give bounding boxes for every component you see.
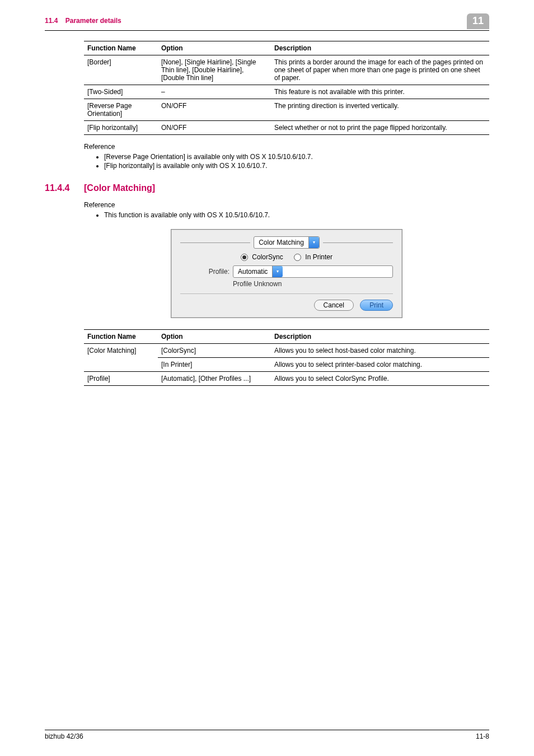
footer-left: bizhub 42/36 bbox=[45, 732, 83, 740]
table-row: [Profile] [Automatic], [Other Profiles .… bbox=[84, 372, 489, 386]
reference-title-1: Reference bbox=[84, 143, 489, 151]
t1-head-op: Option bbox=[158, 41, 271, 55]
divider bbox=[323, 242, 393, 243]
t2-r0-op: [ColorSync] bbox=[158, 344, 271, 358]
panel-select[interactable]: Color Matching ▾ bbox=[254, 236, 320, 249]
t1-r2-fn: [Reverse Page Orientation] bbox=[84, 99, 158, 121]
divider bbox=[180, 242, 250, 243]
table-row: [Color Matching] [ColorSync] Allows you … bbox=[84, 344, 489, 358]
radio-icon bbox=[294, 254, 301, 261]
t1-r2-op: ON/OFF bbox=[158, 99, 271, 121]
running-header: 11.4 Parameter details bbox=[45, 17, 121, 25]
t2-head-desc: Description bbox=[271, 330, 489, 344]
profile-unknown-text: Profile Unknown bbox=[233, 280, 393, 288]
t1-r0-fn: [Border] bbox=[84, 55, 158, 85]
layout-table-1: Function Name Option Description [Border… bbox=[84, 41, 489, 135]
table-row: [Two-Sided] – This feature is not availa… bbox=[84, 85, 489, 99]
header-section-ref: 11.4 bbox=[45, 17, 58, 25]
t1-r0-desc: This prints a border around the image fo… bbox=[271, 55, 489, 85]
radio-colorsync[interactable]: ColorSync bbox=[241, 253, 285, 261]
t2-r1-desc: Allows you to select printer-based color… bbox=[271, 358, 489, 372]
panel-select-label: Color Matching bbox=[254, 239, 308, 246]
radio-colorsync-label: ColorSync bbox=[252, 253, 283, 261]
t2-r0-desc: Allows you to select host-based color ma… bbox=[271, 344, 489, 358]
cancel-button[interactable]: Cancel bbox=[314, 300, 354, 311]
table-row: [Reverse Page Orientation] ON/OFF The pr… bbox=[84, 99, 489, 121]
subsection-title: [Color Matching] bbox=[84, 183, 155, 193]
color-matching-dialog: Color Matching ▾ ColorSync In Printer Pr… bbox=[171, 229, 402, 318]
list-item: [Flip horizontally] is available only wi… bbox=[104, 162, 489, 170]
chevron-updown-icon: ▾ bbox=[308, 237, 319, 248]
print-button[interactable]: Print bbox=[360, 300, 393, 311]
t2-r0-fn: [Color Matching] bbox=[84, 344, 158, 372]
t2-head-fn: Function Name bbox=[84, 330, 158, 344]
t2-head-op: Option bbox=[158, 330, 271, 344]
t1-r1-fn: [Two-Sided] bbox=[84, 85, 158, 99]
chapter-badge: 11 bbox=[467, 13, 489, 29]
profile-select-value: Automatic bbox=[233, 268, 272, 276]
radio-in-printer-label: In Printer bbox=[305, 253, 332, 261]
header-section-title: Parameter details bbox=[65, 17, 121, 25]
reference-list-2: This function is available only with OS … bbox=[84, 211, 489, 219]
t1-r1-op: – bbox=[158, 85, 271, 99]
t1-r3-desc: Select whether or not to print the page … bbox=[271, 121, 489, 135]
t1-r3-fn: [Flip horizontally] bbox=[84, 121, 158, 135]
radio-icon bbox=[241, 254, 248, 261]
table-row: [Flip horizontally] ON/OFF Select whethe… bbox=[84, 121, 489, 135]
subsection-number: 11.4.4 bbox=[45, 183, 84, 193]
t2-r2-op: [Automatic], [Other Profiles ...] bbox=[158, 372, 271, 386]
t1-r0-op: [None], [Single Hairline], [Single Thin … bbox=[158, 55, 271, 85]
t1-head-fn: Function Name bbox=[84, 41, 158, 55]
t1-r1-desc: This feature is not available with this … bbox=[271, 85, 489, 99]
divider bbox=[180, 293, 393, 294]
color-matching-table: Function Name Option Description [Color … bbox=[84, 329, 489, 386]
list-item: [Reverse Page Orientation] is available … bbox=[104, 153, 489, 161]
t1-head-desc: Description bbox=[271, 41, 489, 55]
radio-in-printer[interactable]: In Printer bbox=[294, 253, 332, 261]
t1-r2-desc: The printing direction is inverted verti… bbox=[271, 99, 489, 121]
reference-title-2: Reference bbox=[84, 201, 489, 209]
footer-right: 11-8 bbox=[476, 732, 489, 740]
list-item: This function is available only with OS … bbox=[104, 211, 489, 219]
profile-label: Profile: bbox=[180, 268, 233, 276]
t2-r2-fn: [Profile] bbox=[84, 372, 158, 386]
reference-list-1: [Reverse Page Orientation] is available … bbox=[84, 153, 489, 170]
t1-r3-op: ON/OFF bbox=[158, 121, 271, 135]
table-row: [Border] [None], [Single Hairline], [Sin… bbox=[84, 55, 489, 85]
t2-r2-desc: Allows you to select ColorSync Profile. bbox=[271, 372, 489, 386]
profile-select[interactable]: Automatic ▾ bbox=[233, 265, 393, 278]
chevron-updown-icon: ▾ bbox=[272, 266, 283, 277]
t2-r1-op: [In Printer] bbox=[158, 358, 271, 372]
